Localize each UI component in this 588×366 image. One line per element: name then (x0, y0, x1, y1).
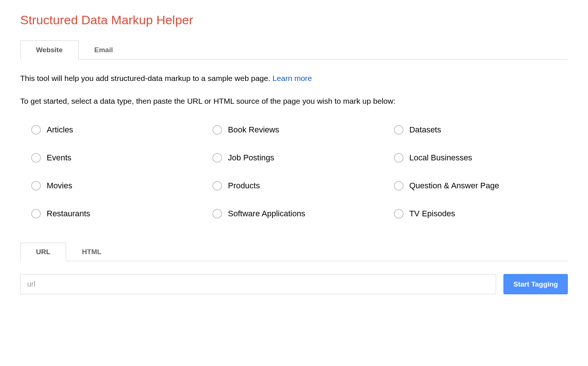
radio-label: Datasets (409, 125, 441, 135)
subtab-url[interactable]: URL (20, 243, 66, 261)
url-input[interactable] (20, 274, 496, 294)
tab-email[interactable]: Email (79, 40, 129, 60)
radio-movies[interactable]: Movies (31, 181, 205, 191)
radio-label: Job Postings (228, 153, 274, 163)
radio-label: Restaurants (47, 209, 90, 218)
intro-text-part: This tool will help you add structured-d… (20, 74, 272, 82)
instruction-text: To get started, select a data type, then… (20, 95, 568, 107)
radio-question-answer[interactable]: Question & Answer Page (394, 181, 568, 191)
radio-book-reviews[interactable]: Book Reviews (212, 125, 386, 135)
radio-job-postings[interactable]: Job Postings (212, 153, 386, 163)
radio-icon (212, 125, 222, 135)
radio-articles[interactable]: Articles (31, 125, 205, 135)
page-title: Structured Data Markup Helper (20, 13, 568, 27)
radio-label: Software Applications (228, 209, 305, 218)
input-subtabs: URL HTML (20, 242, 568, 261)
radio-icon (31, 125, 41, 135)
radio-icon (212, 153, 222, 163)
radio-icon (394, 209, 404, 218)
radio-label: Products (228, 181, 260, 191)
radio-products[interactable]: Products (212, 181, 386, 191)
radio-icon (31, 181, 41, 191)
data-type-grid: Articles Book Reviews Datasets Events Jo… (20, 125, 568, 218)
radio-label: Events (47, 153, 71, 163)
radio-icon (31, 209, 41, 218)
radio-datasets[interactable]: Datasets (394, 125, 568, 135)
tab-website[interactable]: Website (20, 40, 79, 60)
radio-icon (212, 209, 222, 218)
radio-software-applications[interactable]: Software Applications (212, 209, 386, 218)
radio-icon (394, 181, 404, 191)
radio-label: Question & Answer Page (409, 181, 499, 191)
main-tabs: Website Email (20, 40, 568, 60)
radio-label: Local Businesses (409, 153, 472, 163)
learn-more-link[interactable]: Learn more (272, 74, 312, 82)
subtab-html[interactable]: HTML (66, 243, 117, 261)
radio-icon (212, 181, 222, 191)
radio-local-businesses[interactable]: Local Businesses (394, 153, 568, 163)
radio-label: Movies (47, 181, 72, 191)
radio-events[interactable]: Events (31, 153, 205, 163)
start-tagging-button[interactable]: Start Tagging (503, 274, 568, 294)
input-row: Start Tagging (20, 274, 568, 294)
radio-restaurants[interactable]: Restaurants (31, 209, 205, 218)
radio-label: Book Reviews (228, 125, 279, 135)
radio-icon (394, 125, 404, 135)
radio-icon (31, 153, 41, 163)
radio-label: Articles (47, 125, 73, 135)
intro-text: This tool will help you add structured-d… (20, 72, 568, 84)
radio-icon (394, 153, 404, 163)
radio-label: TV Episodes (409, 209, 455, 218)
radio-tv-episodes[interactable]: TV Episodes (394, 209, 568, 218)
